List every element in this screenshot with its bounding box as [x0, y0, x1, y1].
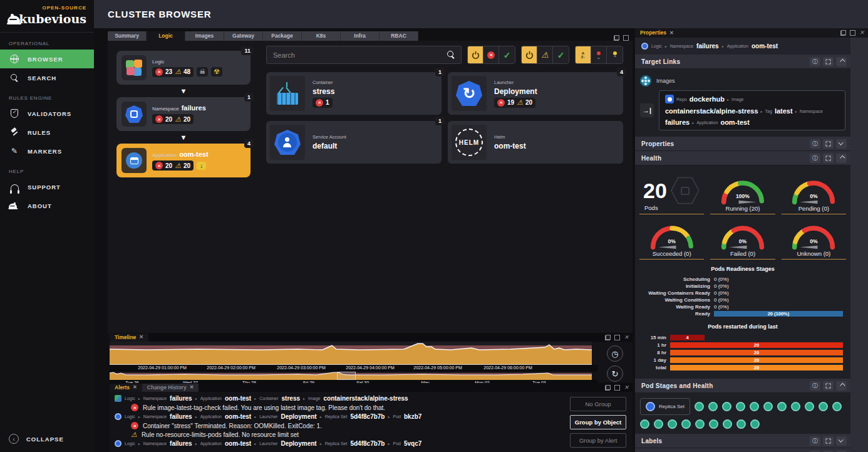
info-icon[interactable]: ⓘ: [810, 436, 820, 446]
group-by-object-button[interactable]: Group by Object: [570, 415, 626, 429]
expand-icon[interactable]: [823, 139, 834, 149]
close-icon[interactable]: ✕: [139, 334, 143, 340]
replica-set-chip[interactable]: Replica Set: [640, 398, 690, 415]
pod-circle[interactable]: [722, 402, 731, 411]
close-icon[interactable]: ✕: [859, 30, 864, 36]
close-icon[interactable]: ✕: [133, 384, 137, 390]
sidebar-item-browser[interactable]: BROWSER: [0, 50, 94, 68]
tab-infra[interactable]: Infra: [341, 31, 380, 41]
tab-k8s[interactable]: K8s: [302, 31, 341, 41]
collapse-chevron-icon[interactable]: [836, 57, 847, 66]
alert-object-path[interactable]: Logic▸ Namespacefailures▸ Applicationoom…: [115, 395, 565, 402]
tab-summary[interactable]: Summary: [108, 31, 147, 41]
pod-circle[interactable]: [736, 402, 745, 411]
sidebar-item-validators[interactable]: VALIDATORS: [0, 104, 94, 123]
tab-gateway[interactable]: Gateway: [224, 31, 263, 41]
info-icon[interactable]: ⓘ: [810, 154, 820, 163]
pod-circle[interactable]: [681, 419, 691, 429]
card-helm-oom-test[interactable]: HELM Helm oom-test: [448, 121, 623, 164]
close-icon[interactable]: ✕: [624, 385, 629, 391]
section-pod-stages[interactable]: Pod Stages and Health ⓘ: [635, 379, 850, 393]
pod-circle[interactable]: [695, 402, 704, 411]
timeline-brush[interactable]: [110, 372, 597, 380]
expand-chevron-icon[interactable]: [836, 139, 847, 149]
pod-circle[interactable]: [695, 419, 705, 429]
close-icon[interactable]: ✕: [669, 30, 674, 36]
alerts-tab[interactable]: Alerts✕: [110, 384, 142, 392]
tree-expand-arrow[interactable]: ▼: [180, 85, 187, 97]
tree-node-logic[interactable]: 11 Logic ×23 ⚠48 ☠ ☢: [116, 51, 251, 85]
alert-message[interactable]: ⚠Rule no-resource-limits-pods failed. No…: [115, 431, 565, 438]
collapse-button[interactable]: ‹ COLLAPSE: [0, 429, 94, 448]
pod-circle[interactable]: [777, 402, 787, 411]
card-launcher-deployment[interactable]: 4 ↻ Launcher Deployment ×19 ⚠20: [448, 72, 623, 115]
tab-rbac[interactable]: RBAC: [380, 31, 418, 41]
maximize-icon[interactable]: [850, 30, 855, 36]
tab-logic[interactable]: Logic: [147, 31, 185, 41]
group-by-alert-button[interactable]: Group by Alert: [570, 433, 626, 448]
popout-icon[interactable]: [614, 35, 619, 41]
pod-circle[interactable]: [750, 402, 759, 411]
expand-chevron-icon[interactable]: [836, 436, 847, 446]
pod-circle[interactable]: [723, 419, 732, 429]
pod-circle[interactable]: [763, 402, 773, 411]
maximize-icon[interactable]: [614, 335, 620, 340]
expand-icon[interactable]: [823, 381, 834, 391]
expand-icon[interactable]: [823, 57, 834, 66]
popout-icon[interactable]: [605, 335, 611, 340]
no-group-button[interactable]: No Group: [570, 397, 626, 411]
pod-circle[interactable]: [791, 402, 800, 411]
tree-node-application-oom-test[interactable]: 4 Applicationoom-test ×20 ⚠20 ↓: [116, 144, 251, 177]
section-resources[interactable]: Resources ⓘ: [635, 448, 850, 452]
close-icon[interactable]: ✕: [624, 335, 629, 340]
maximize-icon[interactable]: [623, 35, 629, 41]
close-icon[interactable]: ✕: [190, 384, 194, 390]
alert-object-path[interactable]: Logic▸ Namespacefailures▸ Applicationoom…: [115, 413, 565, 420]
sidebar-item-rules[interactable]: RULES: [0, 123, 94, 142]
warning-filter-on-button[interactable]: ⚠: [537, 46, 553, 63]
section-labels[interactable]: Labels ⓘ: [635, 434, 850, 448]
refresh-button[interactable]: ↻: [607, 365, 623, 382]
section-health[interactable]: Health ⓘ: [635, 151, 850, 166]
pod-circle[interactable]: [750, 419, 760, 429]
pod-circle[interactable]: [640, 419, 649, 429]
sort-by-warnings-button[interactable]: ⌄: [607, 46, 623, 63]
tree-expand-arrow[interactable]: ▼: [180, 131, 187, 144]
info-icon[interactable]: ⓘ: [810, 139, 820, 149]
pod-circle[interactable]: [832, 402, 842, 411]
popout-icon[interactable]: [605, 385, 611, 391]
change-history-tab[interactable]: Change History✕: [142, 384, 199, 392]
maximize-icon[interactable]: [614, 385, 620, 391]
sidebar-item-markers[interactable]: ✎ MARKERS: [0, 142, 94, 160]
pod-circle[interactable]: [736, 419, 746, 429]
sort-by-errors-button[interactable]: ⌄: [591, 46, 607, 63]
panel-scroll-gutter[interactable]: [850, 38, 868, 452]
error-filter-power-button[interactable]: [468, 46, 483, 63]
sidebar-item-search[interactable]: SEARCH: [0, 68, 94, 87]
error-filter-off-button[interactable]: ✓: [499, 46, 515, 63]
info-icon[interactable]: ⓘ: [810, 57, 820, 66]
section-properties[interactable]: Properties ⓘ: [635, 137, 850, 151]
pod-circle[interactable]: [654, 419, 663, 429]
tab-images[interactable]: Images: [185, 31, 224, 41]
card-service-account-default[interactable]: 1 Service Account default: [266, 121, 442, 164]
timeline-chart[interactable]: 2022-04-29 01:00:00 PM 2022-04-29 02:00:…: [110, 342, 597, 387]
brush-selection[interactable]: [337, 372, 356, 380]
collapse-chevron-icon[interactable]: [836, 381, 847, 391]
card-container-stress[interactable]: 1 Container stress ×1: [266, 72, 442, 115]
pod-circle[interactable]: [708, 402, 718, 411]
target-link[interactable]: Repodockerhub▸ Imagecontainerstack/alpin…: [659, 90, 845, 130]
alert-message[interactable]: ×Container "stress" Terminated. Reason: …: [115, 422, 565, 429]
timeline-tab[interactable]: Timeline✕: [110, 334, 148, 342]
section-target-links[interactable]: Target Links ⓘ: [635, 55, 850, 69]
alert-message[interactable]: ×Rule image-latest-tag-check failed. You…: [115, 404, 565, 411]
expand-icon[interactable]: [823, 436, 834, 446]
error-filter-on-button[interactable]: ×: [483, 46, 499, 63]
collapse-chevron-icon[interactable]: [836, 154, 847, 163]
warning-filter-off-button[interactable]: ✓: [553, 46, 569, 63]
tab-package[interactable]: Package: [263, 31, 302, 41]
history-clock-button[interactable]: ◷: [607, 345, 623, 362]
alert-object-path[interactable]: Logic▸ Namespacefailures▸ Applicationoom…: [115, 440, 565, 447]
sidebar-item-about[interactable]: ABOUT: [0, 196, 94, 215]
warning-filter-power-button[interactable]: [522, 46, 537, 63]
